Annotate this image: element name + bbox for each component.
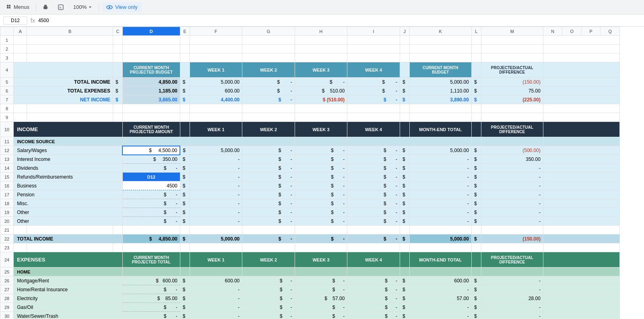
- cell-k12[interactable]: 5,000.00: [409, 146, 471, 155]
- cell-g5-value[interactable]: $ -: [242, 78, 295, 86]
- cell-i10-header[interactable]: WEEK 4: [347, 122, 400, 137]
- cell-a1[interactable]: [14, 36, 27, 45]
- cell-i5-value[interactable]: $ -: [347, 78, 400, 86]
- cell-h6-value[interactable]: $ 510.00: [295, 86, 347, 95]
- cell-e7[interactable]: $: [180, 95, 190, 104]
- cell-f4-header[interactable]: WEEK 1: [190, 62, 242, 78]
- cell-f24-header[interactable]: WEEK 1: [190, 252, 242, 268]
- formula-input[interactable]: [38, 18, 641, 23]
- col-header-o[interactable]: O: [562, 27, 581, 36]
- cell-g24-header[interactable]: WEEK 2: [242, 252, 295, 268]
- cell-b20-label[interactable]: Other: [14, 217, 123, 226]
- view-only-button[interactable]: View only: [102, 2, 141, 12]
- cell-m12[interactable]: (500.00): [481, 146, 543, 155]
- cell-l12[interactable]: $: [471, 146, 481, 155]
- cell-m10-header[interactable]: PROJECTED/ACTUALDIFFERENCE: [481, 122, 543, 137]
- cell-j12[interactable]: $: [400, 146, 409, 155]
- cell-b28-label[interactable]: Electricity: [14, 294, 123, 303]
- cell-income-label[interactable]: INCOME: [14, 122, 123, 137]
- cell-l7[interactable]: $: [471, 95, 481, 104]
- cell-m4-header[interactable]: PROJECTED/ACTUALDIFFERENCE: [481, 62, 543, 78]
- cell-k4-header[interactable]: CURRENT MONTHBUDGET: [409, 62, 471, 78]
- cell-b12-label[interactable]: Salary/Wages: [14, 146, 123, 155]
- cell-i12[interactable]: $ -: [347, 146, 400, 155]
- col-header-q[interactable]: Q: [601, 27, 620, 36]
- cell-h5-value[interactable]: $ -: [295, 78, 347, 86]
- cell-g7-value[interactable]: $ -: [242, 95, 295, 104]
- cell-m24-header[interactable]: PROJECTED/ACTUALDIFFERENCE: [481, 252, 543, 268]
- cell-g12[interactable]: $ -: [242, 146, 295, 155]
- col-header-f[interactable]: F: [190, 27, 242, 36]
- cell-h7-value[interactable]: $ (510.00): [295, 95, 347, 104]
- col-header-p[interactable]: P: [581, 27, 600, 36]
- cell-d1[interactable]: [122, 36, 180, 45]
- cell-d30-value[interactable]: $ -: [122, 312, 180, 319]
- cell-h4-header[interactable]: WEEK 3: [295, 62, 347, 78]
- cell-b13-label[interactable]: Interest Income: [14, 155, 123, 164]
- cell-j1[interactable]: [400, 36, 409, 45]
- col-header-i[interactable]: I: [347, 27, 400, 36]
- cell-k6-value[interactable]: 1,110.00: [409, 86, 471, 95]
- col-header-n[interactable]: N: [543, 27, 562, 36]
- col-header-j[interactable]: J: [400, 27, 409, 36]
- col-header-c[interactable]: C: [113, 27, 123, 36]
- cell-k5-value[interactable]: 5,000.00: [409, 78, 471, 86]
- cell-d14-value[interactable]: $ -: [122, 164, 180, 173]
- cell-d17-value[interactable]: $ -: [122, 190, 180, 199]
- cell-b17-label[interactable]: Pension: [14, 190, 123, 199]
- cell-d13-value[interactable]: $ 350.00: [122, 155, 180, 164]
- cell-nq1[interactable]: [543, 36, 619, 45]
- cell-c7[interactable]: $: [113, 95, 123, 104]
- col-header-a[interactable]: A: [14, 27, 27, 36]
- cell-b7-label[interactable]: NET INCOME: [14, 95, 113, 104]
- cell-d18-value[interactable]: $ -: [122, 199, 180, 208]
- cell-d7-value[interactable]: 3,665.00: [122, 95, 180, 104]
- cell-d20-value[interactable]: $ -: [122, 217, 180, 226]
- cell-g1[interactable]: [242, 36, 295, 45]
- cell-f10-header[interactable]: WEEK 1: [190, 122, 242, 137]
- cell-ab4[interactable]: [14, 62, 113, 78]
- cell-i4-header[interactable]: WEEK 4: [347, 62, 400, 78]
- cell-i24-header[interactable]: WEEK 4: [347, 252, 400, 268]
- cell-i1[interactable]: [347, 36, 400, 45]
- cell-d6-value[interactable]: 1,185.00: [122, 86, 180, 95]
- cell-f1[interactable]: [190, 36, 242, 45]
- cell-k1[interactable]: [409, 36, 471, 45]
- cell-j6[interactable]: $: [400, 86, 409, 95]
- cell-d4-header[interactable]: CURRENT MONTHPROJECTED BUDGET: [122, 62, 180, 78]
- cell-f7-value[interactable]: 4,400.00: [190, 95, 242, 104]
- cell-b14-label[interactable]: Dividends: [14, 164, 123, 173]
- cell-m1[interactable]: [481, 36, 543, 45]
- col-header-b[interactable]: B: [27, 27, 113, 36]
- cell-e4[interactable]: [180, 62, 190, 78]
- cell-i7-value[interactable]: $ -: [347, 95, 400, 104]
- cell-g4-header[interactable]: WEEK 2: [242, 62, 295, 78]
- cell-f12[interactable]: 5,000.00: [190, 146, 242, 155]
- cell-d26-value[interactable]: $ 600.00: [122, 276, 180, 285]
- cell-l5[interactable]: $: [471, 78, 481, 86]
- cell-e5[interactable]: $: [180, 78, 190, 86]
- cell-k10-header[interactable]: MONTH-END TOTAL: [409, 122, 471, 137]
- cell-i6-value[interactable]: $ -: [347, 86, 400, 95]
- cell-b29-label[interactable]: Gas/Oil: [14, 303, 123, 312]
- cell-g10-header[interactable]: WEEK 2: [242, 122, 295, 137]
- cell-d19-value[interactable]: $ -: [122, 208, 180, 217]
- cell-c5[interactable]: $: [113, 78, 123, 86]
- menus-button[interactable]: Menus: [3, 2, 33, 12]
- cell-d29-value[interactable]: $ -: [122, 303, 180, 312]
- format-button[interactable]: ≡: [55, 3, 67, 12]
- col-header-k[interactable]: K: [409, 27, 471, 36]
- cell-b6-label[interactable]: TOTAL EXPENSES: [14, 86, 113, 95]
- cell-c6[interactable]: $: [113, 86, 123, 95]
- cell-d16-value[interactable]: 4500: [122, 181, 180, 190]
- cell-b18-label[interactable]: Misc.: [14, 199, 123, 208]
- cell-income-source-label[interactable]: INCOME SOURCE: [14, 137, 123, 146]
- cell-b15-label[interactable]: Refunds/Reimbursements: [14, 173, 123, 181]
- cell-reference-input[interactable]: [3, 16, 27, 25]
- cell-l4[interactable]: [471, 62, 481, 78]
- cell-h12[interactable]: $ -: [295, 146, 347, 155]
- cell-m7-value[interactable]: (225.00): [481, 95, 543, 104]
- col-header-h[interactable]: H: [295, 27, 347, 36]
- cell-e6[interactable]: $: [180, 86, 190, 95]
- cell-h10-header[interactable]: WEEK 3: [295, 122, 347, 137]
